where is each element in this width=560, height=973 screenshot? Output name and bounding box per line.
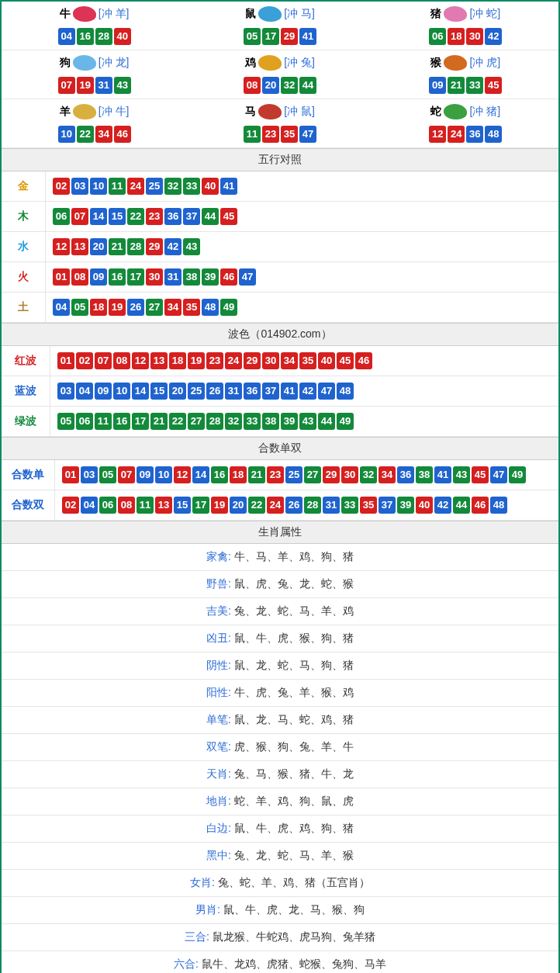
- zodiac-name: 马: [245, 105, 256, 117]
- ball-10: 10: [155, 466, 172, 483]
- ball-08: 08: [113, 352, 130, 369]
- attr-row: 女肖: 兔、蛇、羊、鸡、猪（五宫肖）: [2, 870, 558, 897]
- ball-49: 49: [220, 299, 237, 316]
- ball-32: 32: [225, 413, 242, 430]
- ball-36: 36: [466, 126, 483, 143]
- row-label: 土: [2, 293, 46, 323]
- ball-16: 16: [211, 466, 228, 483]
- ball-26: 26: [206, 383, 223, 400]
- ball-11: 11: [137, 497, 154, 514]
- ball-46: 46: [114, 126, 131, 143]
- ball-17: 17: [262, 28, 279, 45]
- ball-14: 14: [132, 383, 149, 400]
- ball-44: 44: [202, 208, 219, 225]
- ball-36: 36: [397, 466, 414, 483]
- section-head-heshu: 合数单双: [2, 437, 558, 460]
- ball-34: 34: [164, 299, 181, 316]
- zodiac-cell-1: 鼠[冲 马]05172941: [187, 2, 372, 50]
- ball-17: 17: [127, 268, 144, 286]
- row-balls: 02031011242532334041: [46, 171, 559, 202]
- attr-row: 阴性: 鼠、龙、蛇、马、狗、猪: [2, 653, 558, 680]
- ball-38: 38: [183, 268, 200, 286]
- ball-15: 15: [150, 383, 168, 400]
- ball-11: 11: [95, 413, 112, 430]
- ball-12: 12: [132, 352, 149, 369]
- ball-26: 26: [127, 299, 144, 316]
- ball-39: 39: [202, 268, 219, 286]
- attrs-list: 家禽: 牛、马、羊、鸡、狗、猪野兽: 鼠、虎、兔、龙、蛇、猴吉美: 兔、龙、蛇、…: [2, 544, 558, 973]
- ball-44: 44: [299, 77, 316, 94]
- ball-06: 06: [76, 413, 93, 430]
- attr-key: 阴性:: [206, 659, 231, 671]
- zodiac-cell-2: 猪[冲 蛇]06183042: [373, 2, 558, 50]
- ball-14: 14: [90, 208, 107, 225]
- ball-45: 45: [220, 208, 237, 225]
- ball-20: 20: [169, 383, 186, 400]
- zodiac-clash: [冲 羊]: [99, 7, 130, 19]
- ball-08: 08: [71, 268, 88, 286]
- ball-01: 01: [57, 352, 74, 369]
- attr-row: 单笔: 鼠、龙、马、蛇、鸡、猪: [2, 707, 558, 734]
- ball-47: 47: [299, 126, 316, 143]
- zodiac-cell-3: 狗[冲 龙]07193143: [2, 50, 187, 99]
- ball-30: 30: [146, 268, 163, 286]
- attr-val: 鼠、牛、虎、猴、狗、猪: [234, 632, 354, 644]
- attr-row: 黑中: 兔、龙、蛇、马、羊、猴: [2, 843, 558, 870]
- ball-18: 18: [448, 28, 465, 45]
- ball-42: 42: [299, 383, 316, 400]
- ball-10: 10: [58, 126, 75, 143]
- attr-val: 鼠、牛、虎、龙、马、猴、狗: [223, 903, 365, 916]
- page-container: 牛[冲 羊]04162840鼠[冲 马]05172941猪[冲 蛇]061830…: [0, 0, 560, 973]
- ball-27: 27: [146, 299, 163, 316]
- attr-val: 鼠、龙、蛇、马、狗、猪: [234, 659, 354, 671]
- row-label: 合数双: [2, 490, 55, 521]
- attr-row: 六合: 鼠牛、龙鸡、虎猪、蛇猴、兔狗、马羊: [2, 951, 558, 973]
- ball-18: 18: [169, 352, 186, 369]
- ball-34: 34: [281, 352, 298, 369]
- zodiac-clash: [冲 马]: [284, 7, 315, 19]
- zodiac-cell-8: 蛇[冲 猪]12243648: [373, 99, 558, 148]
- attr-val: 蛇、羊、鸡、狗、鼠、虎: [234, 795, 354, 807]
- ball-44: 44: [453, 497, 470, 514]
- table-row: 蓝波03040910141520252631363741424748: [2, 376, 558, 407]
- row-balls: 06071415222336374445: [46, 202, 559, 232]
- zodiac-clash: [冲 兔]: [284, 56, 315, 68]
- attr-val: 牛、虎、兔、羊、猴、鸡: [234, 686, 354, 698]
- zodiac-clash: [冲 蛇]: [469, 7, 500, 19]
- ball-33: 33: [341, 497, 358, 514]
- row-balls: 0103050709101214161821232527293032343638…: [55, 460, 559, 490]
- table-row: 火0108091617303138394647: [2, 262, 558, 293]
- ball-40: 40: [416, 497, 433, 514]
- ball-05: 05: [57, 413, 74, 430]
- zodiac-name: 蛇: [430, 105, 441, 117]
- ball-25: 25: [188, 383, 205, 400]
- table-row: 合数双0204060811131517192022242628313335373…: [2, 490, 558, 521]
- ball-26: 26: [285, 497, 302, 514]
- ball-09: 09: [429, 77, 446, 94]
- ball-05: 05: [244, 28, 261, 45]
- attr-val: 兔、蛇、羊、鸡、猪（五宫肖）: [218, 876, 370, 888]
- row-balls: 0204060811131517192022242628313335373940…: [55, 490, 559, 521]
- ball-31: 31: [225, 383, 242, 400]
- ball-06: 06: [53, 208, 70, 225]
- attr-key: 双笔:: [206, 740, 231, 753]
- ball-22: 22: [77, 126, 94, 143]
- ball-20: 20: [230, 497, 247, 514]
- ball-33: 33: [183, 178, 200, 195]
- ball-39: 39: [281, 413, 298, 430]
- ball-02: 02: [76, 352, 93, 369]
- ball-02: 02: [53, 178, 70, 195]
- zodiac-icon: [258, 6, 282, 23]
- ball-45: 45: [472, 466, 489, 483]
- table-row: 合数单0103050709101214161821232527293032343…: [2, 460, 558, 490]
- zodiac-cell-4: 鸡[冲 兔]08203244: [187, 50, 372, 99]
- row-balls: 0102070812131819232429303435404546: [50, 346, 559, 376]
- ball-35: 35: [281, 126, 298, 143]
- ball-29: 29: [281, 28, 298, 45]
- table-row: 红波0102070812131819232429303435404546: [2, 346, 558, 376]
- zodiac-balls: 07193143: [2, 75, 187, 95]
- zodiac-balls: 11233547: [187, 124, 372, 144]
- zodiac-name: 猴: [430, 56, 441, 68]
- ball-23: 23: [206, 352, 223, 369]
- ball-05: 05: [71, 299, 88, 316]
